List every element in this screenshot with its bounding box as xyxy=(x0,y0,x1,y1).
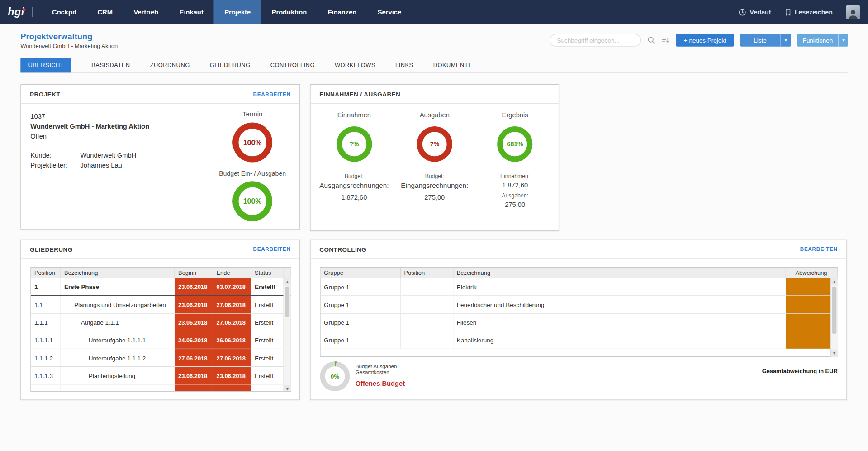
table-row[interactable]: 1.1 Planungs und Umsetzungarbeiten 23.06… xyxy=(31,296,291,314)
termin-percentage: 100% xyxy=(243,138,262,146)
bookmark-icon xyxy=(784,8,792,16)
tab-gliederung[interactable]: GLIEDERUNG xyxy=(210,58,251,72)
nav-item-service[interactable]: Service xyxy=(367,0,412,24)
tab-links[interactable]: LINKS xyxy=(395,58,413,72)
vertical-scrollbar[interactable]: ▲ ▼ xyxy=(830,278,838,357)
rechnungen-value: 1.872,60 xyxy=(314,193,394,201)
tab-dokumente[interactable]: DOKUMENTE xyxy=(433,58,473,72)
nav-item-produktion[interactable]: Produktion xyxy=(261,0,317,24)
table-row[interactable]: Gruppe 1 Feuerlöscher und Beschilderung xyxy=(321,296,838,314)
tab-basisdaten[interactable]: BASISDATEN xyxy=(91,58,130,72)
table-header-row: Position Bezeichnung Beginn Ende Status xyxy=(31,268,291,278)
einnahmen-label: Einnahmen xyxy=(314,111,394,119)
sort-icon[interactable] xyxy=(662,36,670,44)
tab-bar: ÜBERSICHT BASISDATEN ZUORDNUNG GLIEDERUN… xyxy=(20,58,848,73)
bearbeiten-link[interactable]: BEARBEITEN xyxy=(253,246,291,252)
new-project-button[interactable]: + neues Projekt xyxy=(676,34,734,47)
ausgaben-column: Ausgaben ?% Budget: Eingangsrechnungen: … xyxy=(394,111,475,208)
tab-zuordnung[interactable]: ZUORDNUNG xyxy=(150,58,190,72)
panel-title: CONTROLLING xyxy=(319,246,366,253)
tab-controlling[interactable]: CONTROLLING xyxy=(270,58,315,72)
gesamtkosten-gauge: 0% xyxy=(320,361,350,391)
bearbeiten-link[interactable]: BEARBEITEN xyxy=(800,246,838,252)
nav-item-cockpit[interactable]: Cockpit xyxy=(42,0,87,24)
chevron-down-icon[interactable]: ▼ xyxy=(839,34,848,47)
table-row[interactable]: 1.1.1.3 Planfertigstellung 23.06.2018 23… xyxy=(31,367,291,384)
column-header-bezeichnung[interactable]: Bezeichnung xyxy=(61,268,175,278)
nav-item-projekte[interactable]: Projekte xyxy=(214,0,261,24)
history-clock-icon xyxy=(739,8,746,16)
table-row[interactable]: Gruppe 1 Elektrik xyxy=(321,278,838,296)
cell-beginn: 27.06.2018 xyxy=(175,349,213,366)
cell-bezeichnung: Kanallsierung xyxy=(453,331,786,349)
verlauf-button[interactable]: Verlauf xyxy=(739,8,771,16)
liste-dropdown-button[interactable]: Liste ▼ xyxy=(740,34,791,47)
cell-beginn: 23.06.2018 xyxy=(175,367,213,384)
nav-item-einkauf[interactable]: Einkauf xyxy=(169,0,214,24)
ausgaben-gauge: ?% xyxy=(417,126,452,162)
cell-gruppe: Gruppe 1 xyxy=(321,331,401,349)
lesezeichen-button[interactable]: Lesezeichen xyxy=(784,8,833,16)
scroll-up-arrow[interactable]: ▲ xyxy=(284,278,291,285)
abweichung-cell xyxy=(786,296,830,313)
vertical-scrollbar[interactable]: ▲ ▼ xyxy=(284,278,291,392)
gesamtkosten-caption: Gesamtkosten xyxy=(356,369,405,375)
abweichung-cell xyxy=(786,314,830,331)
column-header-ende[interactable]: Ende xyxy=(213,268,251,278)
cell-gruppe: Gruppe 1 xyxy=(321,296,401,313)
bearbeiten-link[interactable]: BEARBEITEN xyxy=(253,91,291,97)
cell-bezeichnung: Unteraufgabe 1.1.1.1 xyxy=(61,331,175,349)
column-header-gruppe[interactable]: Gruppe xyxy=(321,268,401,278)
verlauf-label: Verlauf xyxy=(749,9,771,16)
projektleiter-label: Projektleiter: xyxy=(30,161,80,169)
cell-status: Erstellt xyxy=(251,296,284,313)
top-navigation: hgi Cockpit CRM Vertrieb Einkauf Projekt… xyxy=(0,0,868,24)
scroll-down-arrow[interactable]: ▼ xyxy=(831,350,838,357)
column-header-bezeichnung[interactable]: Bezeichnung xyxy=(453,268,786,278)
cell-ende: 27.06.2018 xyxy=(213,296,251,313)
kunde-label: Kunde: xyxy=(30,151,80,159)
table-row[interactable]: 1 Erste Phase 23.06.2018 03.07.2018 Erst… xyxy=(31,278,291,296)
table-row[interactable]: 1.1.1.2 Unteraufgabe 1.1.1.2 27.06.2018 … xyxy=(31,349,291,367)
column-header-position[interactable]: Position xyxy=(401,268,453,278)
ausgaben-label: Ausgaben xyxy=(394,111,475,119)
column-header-beginn[interactable]: Beginn xyxy=(175,268,213,278)
einnahmen-caption: Einnahmen: xyxy=(475,173,555,179)
table-row[interactable]: Gruppe 1 Fliesen xyxy=(321,314,838,331)
nav-item-vertrieb[interactable]: Vertrieb xyxy=(123,0,169,24)
column-header-abweichung[interactable]: Abweichung xyxy=(786,268,830,278)
search-icon[interactable] xyxy=(647,36,655,44)
cell-bezeichnung: Unteraufgabe 1.1.1.2 xyxy=(61,349,175,366)
scrollbar-thumb[interactable] xyxy=(285,287,289,317)
table-row[interactable]: 1.1.1.1 Unteraufgabe 1.1.1.1 24.06.2018 … xyxy=(31,331,291,349)
search-input[interactable] xyxy=(550,34,641,47)
scroll-down-arrow[interactable]: ▼ xyxy=(284,385,291,392)
column-header-position[interactable]: Position xyxy=(31,268,61,278)
funktionen-dropdown-button[interactable]: Funktionen ▼ xyxy=(797,34,848,47)
rechnungen-caption: Ausgangsrechnungen: xyxy=(314,182,394,189)
cell-position xyxy=(401,331,453,349)
cell-ende: 27.06.2018 xyxy=(213,349,251,366)
nav-item-crm[interactable]: CRM xyxy=(87,0,123,24)
tab-workflows[interactable]: WORKFLOWS xyxy=(335,58,375,72)
ergebnis-percentage: 681% xyxy=(507,141,523,148)
tab-uebersicht[interactable]: ÜBERSICHT xyxy=(20,58,71,72)
table-row[interactable]: Gruppe 1 Kanallsierung xyxy=(321,331,838,349)
cell-position: 1.1.1.1 xyxy=(31,331,61,349)
table-row-clipped[interactable] xyxy=(31,384,291,392)
column-header-status[interactable]: Status xyxy=(251,268,284,278)
table-row[interactable]: 1.1.1 Aufgabe 1.1.1 23.06.2018 27.06.201… xyxy=(31,314,291,331)
cell-bezeichnung: Fliesen xyxy=(453,314,786,331)
abweichung-cell xyxy=(786,331,830,349)
panel-title: EINNAHMEN / AUSGABEN xyxy=(319,91,400,97)
chevron-down-icon[interactable]: ▼ xyxy=(780,34,791,47)
rechnungen-value: 275,00 xyxy=(394,193,475,201)
ergebnis-label: Ergebnis xyxy=(475,111,555,119)
nav-item-finanzen[interactable]: Finanzen xyxy=(317,0,367,24)
scroll-up-arrow[interactable]: ▲ xyxy=(831,278,838,285)
user-avatar[interactable] xyxy=(846,5,860,19)
page-title: Projektverwaltung xyxy=(20,32,118,41)
projekt-gauges: Termin 100% Budget Ein- / Ausgaben 100% xyxy=(216,110,289,221)
gliederung-table: Position Bezeichnung Beginn Ende Status … xyxy=(30,267,291,392)
scrollbar-thumb[interactable] xyxy=(832,287,837,334)
